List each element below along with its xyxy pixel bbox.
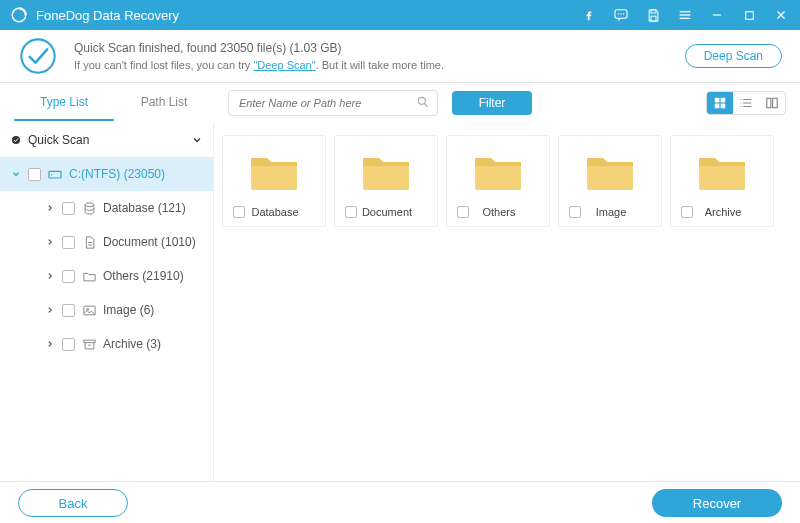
svg-rect-20 bbox=[721, 104, 726, 109]
feedback-icon[interactable] bbox=[612, 6, 630, 24]
view-toggle bbox=[706, 91, 786, 115]
folder-card-document[interactable]: Document bbox=[334, 135, 438, 227]
tab-path-list[interactable]: Path List bbox=[114, 85, 214, 121]
footer: Back Recover bbox=[0, 481, 800, 523]
tree-label: Database (121) bbox=[103, 201, 205, 215]
folder-icon bbox=[697, 150, 747, 192]
chevron-right-icon[interactable] bbox=[44, 338, 56, 350]
chevron-down-icon[interactable] bbox=[191, 134, 205, 146]
svg-point-26 bbox=[740, 106, 741, 107]
image-icon bbox=[81, 302, 97, 318]
checkbox[interactable] bbox=[62, 270, 75, 283]
tree-item-document[interactable]: Document (1010) bbox=[0, 225, 213, 259]
save-icon[interactable] bbox=[644, 6, 662, 24]
svg-rect-19 bbox=[715, 104, 720, 109]
checkbox[interactable] bbox=[62, 202, 75, 215]
svg-point-25 bbox=[740, 102, 741, 103]
tree-item-database[interactable]: Database (121) bbox=[0, 191, 213, 225]
app-logo-icon bbox=[10, 6, 28, 24]
status-message: Quick Scan finished, found 23050 file(s)… bbox=[74, 39, 685, 74]
status-line1-suffix: file(s) (1.03 GB) bbox=[253, 41, 341, 55]
svg-point-29 bbox=[12, 136, 20, 144]
folder-card-others[interactable]: Others bbox=[446, 135, 550, 227]
svg-point-3 bbox=[620, 13, 621, 14]
svg-point-31 bbox=[51, 174, 52, 175]
search-box bbox=[228, 90, 438, 116]
sidebar-tree: Quick Scan C:(NTFS) (23050) Database (12… bbox=[0, 123, 214, 481]
status-line1-prefix: Quick Scan finished, found bbox=[74, 41, 220, 55]
archive-icon bbox=[81, 336, 97, 352]
maximize-icon[interactable] bbox=[740, 6, 758, 24]
svg-rect-27 bbox=[767, 98, 771, 107]
chevron-right-icon[interactable] bbox=[44, 202, 56, 214]
drive-icon bbox=[47, 166, 63, 182]
svg-rect-30 bbox=[49, 171, 61, 178]
menu-icon[interactable] bbox=[676, 6, 694, 24]
folder-grid: Database Document Others Image Archive bbox=[214, 123, 800, 481]
tree-root-label: Quick Scan bbox=[28, 133, 185, 147]
app-title: FoneDog Data Recovery bbox=[36, 8, 179, 23]
chevron-right-icon[interactable] bbox=[44, 236, 56, 248]
folder-card-image[interactable]: Image bbox=[558, 135, 662, 227]
tab-type-list[interactable]: Type List bbox=[14, 85, 114, 121]
checkbox[interactable] bbox=[62, 236, 75, 249]
document-icon bbox=[81, 234, 97, 250]
filter-button[interactable]: Filter bbox=[452, 91, 532, 115]
close-icon[interactable] bbox=[772, 6, 790, 24]
svg-rect-6 bbox=[651, 16, 656, 21]
tree-label: Archive (3) bbox=[103, 337, 205, 351]
view-grid-icon[interactable] bbox=[707, 92, 733, 114]
svg-rect-18 bbox=[721, 98, 726, 103]
tree-drive-c[interactable]: C:(NTFS) (23050) bbox=[0, 157, 213, 191]
list-tabs: Type List Path List bbox=[14, 85, 214, 121]
window-controls bbox=[580, 6, 790, 24]
svg-point-24 bbox=[740, 99, 741, 100]
svg-point-4 bbox=[623, 13, 624, 14]
deep-scan-button[interactable]: Deep Scan bbox=[685, 44, 782, 68]
tree-item-archive[interactable]: Archive (3) bbox=[0, 327, 213, 361]
tree-root-quickscan[interactable]: Quick Scan bbox=[0, 123, 213, 157]
deep-scan-link[interactable]: "Deep Scan" bbox=[253, 59, 315, 71]
scan-complete-check-icon bbox=[18, 36, 58, 76]
view-list-icon[interactable] bbox=[733, 92, 759, 114]
folder-card-database[interactable]: Database bbox=[222, 135, 326, 227]
database-icon bbox=[81, 200, 97, 216]
svg-point-2 bbox=[618, 13, 619, 14]
svg-rect-37 bbox=[83, 340, 94, 343]
folder-card-archive[interactable]: Archive bbox=[670, 135, 774, 227]
svg-rect-17 bbox=[715, 98, 720, 103]
folder-name: Database bbox=[235, 206, 315, 218]
chevron-right-icon[interactable] bbox=[44, 304, 56, 316]
recover-button[interactable]: Recover bbox=[652, 489, 782, 517]
checkbox[interactable] bbox=[62, 304, 75, 317]
folder-icon bbox=[249, 150, 299, 192]
search-icon[interactable] bbox=[416, 95, 430, 109]
app-brand: FoneDog Data Recovery bbox=[10, 6, 179, 24]
search-input[interactable] bbox=[228, 90, 438, 116]
chevron-right-icon[interactable] bbox=[44, 270, 56, 282]
folder-icon bbox=[473, 150, 523, 192]
checkbox[interactable] bbox=[28, 168, 41, 181]
tree-item-image[interactable]: Image (6) bbox=[0, 293, 213, 327]
back-button[interactable]: Back bbox=[18, 489, 128, 517]
main-area: Quick Scan C:(NTFS) (23050) Database (12… bbox=[0, 123, 800, 481]
tree-item-others[interactable]: Others (21910) bbox=[0, 259, 213, 293]
checkbox[interactable] bbox=[62, 338, 75, 351]
chevron-down-icon[interactable] bbox=[10, 168, 22, 180]
folder-name: Others bbox=[459, 206, 539, 218]
svg-line-16 bbox=[425, 104, 428, 107]
tree-label: Document (1010) bbox=[103, 235, 205, 249]
tree-label: Others (21910) bbox=[103, 269, 205, 283]
folder-icon bbox=[361, 150, 411, 192]
tree-drive-label: C:(NTFS) (23050) bbox=[69, 167, 205, 181]
status-bar: Quick Scan finished, found 23050 file(s)… bbox=[0, 30, 800, 82]
minimize-icon[interactable] bbox=[708, 6, 726, 24]
facebook-icon[interactable] bbox=[580, 6, 598, 24]
check-circle-icon bbox=[10, 134, 22, 146]
tree-label: Image (6) bbox=[103, 303, 205, 317]
status-file-count: 23050 bbox=[220, 41, 253, 55]
folder-name: Document bbox=[347, 206, 427, 218]
folder-name: Archive bbox=[683, 206, 763, 218]
view-detail-icon[interactable] bbox=[759, 92, 785, 114]
status-line2: If you can't find lost files, you can tr… bbox=[74, 57, 685, 74]
